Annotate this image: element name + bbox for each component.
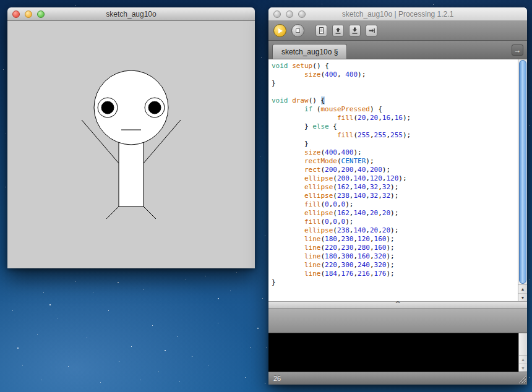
zoom-button[interactable] — [298, 11, 306, 18]
code-line: rect(200,200,40,200); — [272, 166, 518, 174]
code-line: fill(20,20,16,16); — [272, 114, 518, 122]
code-line: void setup() { — [272, 62, 518, 70]
scrollbar-track[interactable] — [518, 59, 527, 284]
code-line: fill(0,0,0); — [272, 200, 518, 209]
scroll-up-icon: ▲ — [521, 287, 525, 291]
ide-toolbar — [268, 21, 527, 41]
scroll-up-icon: ▲ — [521, 357, 525, 362]
code-editor[interactable]: void setup() { size(400, 400);}void draw… — [268, 59, 518, 301]
code-line: line(220,230,280,160); — [272, 244, 518, 252]
tab-label: sketch_aug10o § — [281, 48, 338, 56]
ide-window-title: sketch_aug10o | Processing 1.2.1 — [342, 10, 454, 19]
scrollbar-arrows: ▲ ▼ — [519, 355, 527, 372]
tab-menu-button[interactable]: → — [512, 45, 523, 56]
open-sketch-button[interactable] — [332, 25, 344, 36]
code-line: if (mousePressed) { — [272, 105, 518, 114]
splitter-chevron-icon: ^ — [395, 302, 400, 306]
tab-menu-arrow-icon: → — [514, 46, 521, 54]
code-line: fill(0,0,0); — [272, 218, 518, 226]
scroll-down-icon: ▼ — [521, 296, 525, 300]
export-arrow-icon — [367, 27, 375, 35]
status-bar: 26 — [268, 372, 527, 385]
editor-scrollbar[interactable]: ▲ ▼ — [518, 59, 527, 301]
sketch-canvas-svg[interactable] — [7, 21, 255, 268]
code-line: line(220,300,240,320); — [272, 261, 518, 270]
code-line: line(180,300,160,320); — [272, 252, 518, 261]
scrollbar-track[interactable] — [519, 333, 527, 355]
code-line: line(184,176,216,176); — [272, 270, 518, 278]
scroll-down-icon: ▼ — [521, 366, 525, 370]
scroll-up-button[interactable]: ▲ — [519, 356, 527, 364]
code-line: rectMode(CENTER); — [272, 157, 518, 166]
scroll-down-button[interactable]: ▼ — [519, 364, 527, 372]
console: ▲ ▼ — [268, 333, 527, 372]
minimize-button[interactable] — [25, 11, 32, 18]
resize-grip[interactable] — [517, 375, 526, 384]
code-line: } — [272, 79, 518, 88]
close-button[interactable] — [12, 11, 20, 18]
new-sketch-button[interactable] — [315, 25, 327, 36]
sketch-output-window: sketch_aug10o — [7, 7, 255, 268]
editor-area: void setup() { size(400, 400);}void draw… — [268, 59, 527, 301]
stop-button[interactable] — [291, 24, 304, 37]
sketch-window-title: sketch_aug10o — [106, 10, 156, 19]
run-button[interactable] — [273, 24, 286, 37]
open-up-arrow-icon — [334, 27, 342, 35]
sketch-window-titlebar[interactable]: sketch_aug10o — [7, 7, 255, 21]
save-sketch-button[interactable] — [349, 25, 361, 36]
ide-window-titlebar[interactable]: sketch_aug10o | Processing 1.2.1 — [268, 7, 527, 21]
processing-ide-window: sketch_aug10o | Processing 1.2.1 — [268, 7, 527, 385]
scrollbar-thumb[interactable] — [519, 60, 526, 284]
console-text — [268, 333, 518, 372]
tab-sketch-aug10o[interactable]: sketch_aug10o § — [272, 44, 347, 59]
code-line: size(400,400); — [272, 148, 518, 157]
new-document-icon — [317, 27, 325, 35]
code-line: ellipse(200,140,120,120); — [272, 174, 518, 183]
export-sketch-button[interactable] — [366, 25, 377, 36]
code-line: line(180,230,120,160); — [272, 235, 518, 244]
traffic-lights — [273, 11, 306, 18]
code-line — [272, 88, 518, 96]
scroll-down-button[interactable]: ▼ — [518, 293, 527, 301]
scroll-up-button[interactable]: ▲ — [518, 285, 527, 293]
close-button[interactable] — [273, 11, 281, 18]
code-line: ellipse(238,140,20,20); — [272, 226, 518, 235]
save-down-arrow-icon — [351, 27, 359, 35]
code-line: fill(255,255,255); — [272, 131, 518, 140]
code-line: ellipse(238,140,32,32); — [272, 192, 518, 200]
message-area — [268, 309, 527, 333]
code-line: ellipse(162,140,20,20); — [272, 209, 518, 218]
console-scrollbar[interactable]: ▲ ▼ — [518, 333, 527, 372]
code-line: } — [272, 140, 518, 148]
run-icon — [278, 28, 283, 33]
code-line: } else { — [272, 122, 518, 131]
code-line: } — [272, 278, 518, 287]
current-line-number: 26 — [273, 375, 281, 382]
stop-icon — [296, 28, 300, 33]
traffic-lights — [12, 11, 45, 18]
code-line: size(400, 400); — [272, 70, 518, 79]
code-line: void draw() { — [272, 96, 518, 105]
code-line: ellipse(162,140,32,32); — [272, 183, 518, 192]
zoom-button[interactable] — [37, 11, 45, 18]
tab-bar: sketch_aug10o § → — [268, 41, 527, 59]
minimize-button[interactable] — [286, 11, 293, 18]
editor-console-splitter[interactable]: ^ — [268, 301, 527, 309]
scrollbar-arrows: ▲ ▼ — [518, 284, 527, 301]
